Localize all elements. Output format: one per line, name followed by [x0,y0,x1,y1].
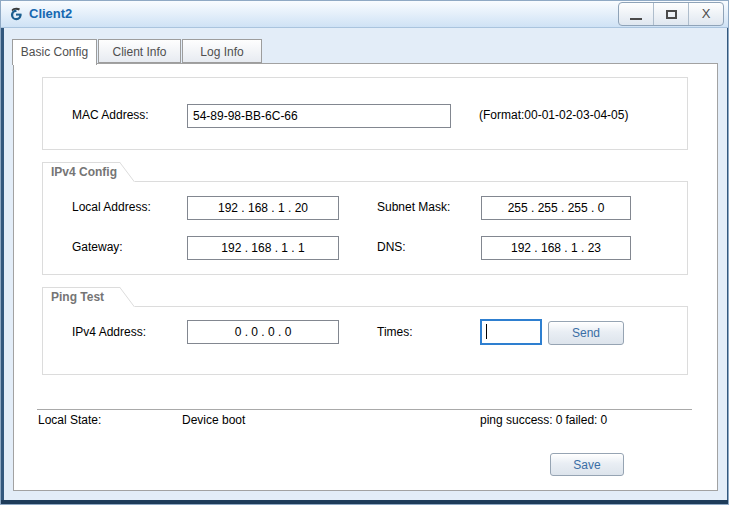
ping-failed-value: 0 [600,413,607,427]
titlebar: Client2 X [1,1,728,28]
minimize-icon [630,18,642,20]
ping-test-group-title: Ping Test [42,287,120,307]
tab-client-info[interactable]: Client Info [98,39,181,63]
ping-success-label: ping success: [480,413,553,427]
minimize-button[interactable] [619,3,653,25]
send-button[interactable]: Send [548,321,624,345]
times-field-wrap [480,319,542,345]
mac-address-input[interactable] [187,104,451,128]
ensp-logo-icon [8,6,25,23]
local-address-label: Local Address: [72,200,151,214]
mac-format-hint: (Format:00-01-02-03-04-05) [479,108,628,122]
window-controls: X [618,2,724,26]
local-address-input[interactable] [187,196,339,220]
basic-config-panel: MAC Address: (Format:00-01-02-03-04-05) … [13,63,718,491]
client-window: Client2 X Basic Config Client Info Log I… [0,0,729,505]
ping-ipv4-address-label: IPv4 Address: [72,325,146,339]
text-cursor [486,324,487,339]
group-tab-slant [119,162,135,182]
window-bottom-border [1,500,729,505]
ping-failed-label: failed: [565,413,597,427]
dns-input[interactable] [481,236,631,260]
gateway-label: Gateway: [72,240,123,254]
close-button[interactable]: X [688,3,723,25]
subnet-mask-input[interactable] [481,196,631,220]
times-input[interactable] [480,319,542,345]
gateway-input[interactable] [187,236,339,260]
dns-label: DNS: [377,240,406,254]
local-state-value: Device boot [182,413,245,427]
tab-log-info[interactable]: Log Info [182,39,262,63]
close-icon: X [702,3,711,25]
window-title: Client2 [29,6,72,21]
subnet-mask-label: Subnet Mask: [377,200,450,214]
local-state-label: Local State: [38,413,101,427]
group-tab-slant [119,287,135,307]
ping-result: ping success:0failed:0 [480,413,610,427]
times-label: Times: [377,325,413,339]
tab-basic-config[interactable]: Basic Config [12,39,97,65]
maximize-icon [666,10,677,19]
ping-success-value: 0 [556,413,563,427]
ping-ipv4-address-input[interactable] [187,320,339,344]
save-button[interactable]: Save [550,453,624,476]
mac-address-label: MAC Address: [72,108,149,122]
maximize-button[interactable] [653,3,688,25]
status-separator [37,409,692,410]
window-left-border [1,28,4,500]
ipv4-config-group-title: IPv4 Config [42,162,120,182]
